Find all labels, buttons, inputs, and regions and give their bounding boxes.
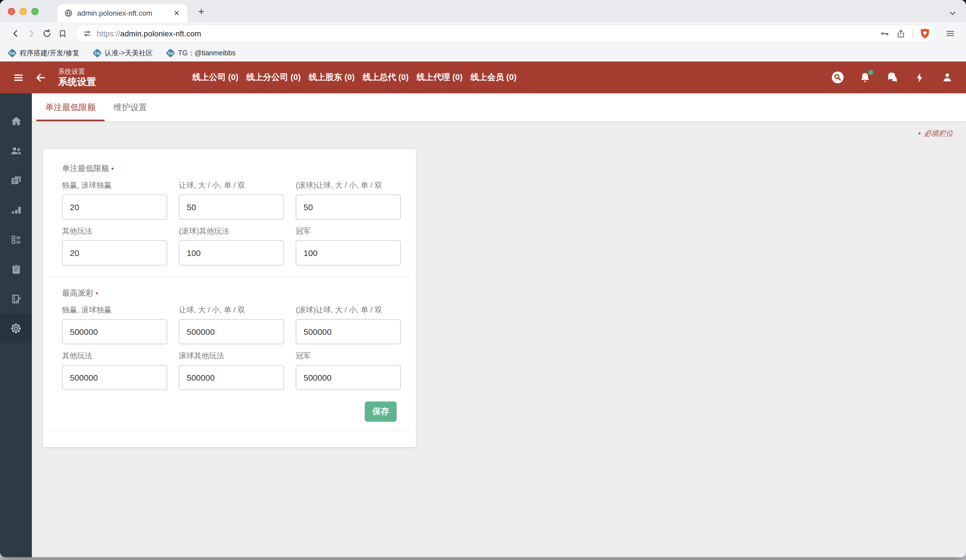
bookmark-item[interactable]: Tm TG：@tianmeibbs	[168, 48, 236, 58]
arrow-left-icon[interactable]	[34, 70, 48, 85]
sidebar-item-users[interactable]	[0, 136, 32, 166]
header-nav-link[interactable]: 线上会员 (0)	[470, 72, 517, 83]
brave-icon[interactable]	[920, 28, 930, 39]
field-label: 滚球其他玩法	[179, 351, 284, 361]
minimize-window-button[interactable]	[20, 8, 27, 15]
zoom-window-button[interactable]	[31, 8, 39, 15]
page-tab[interactable]: 维护设置	[105, 94, 156, 121]
menu-icon[interactable]	[943, 26, 958, 41]
window-controls	[0, 0, 46, 22]
close-window-button[interactable]	[8, 8, 15, 15]
field-input[interactable]	[179, 240, 284, 266]
sidebar-item-reports[interactable]	[0, 195, 32, 225]
sidebar-item-logs[interactable]	[0, 284, 32, 314]
bookmark-icon[interactable]	[55, 26, 71, 41]
page-title: 系统设置	[58, 76, 96, 87]
browser-toolbar: https://admin.poloniex-nft.com	[0, 22, 966, 45]
browser-tab[interactable]: admin.poloniex-nft.com ✕	[58, 4, 187, 22]
field-input[interactable]	[62, 240, 167, 266]
key-icon[interactable]	[879, 28, 889, 39]
chevron-down-icon[interactable]	[948, 9, 957, 18]
header-nav-link[interactable]: 线上代理 (0)	[416, 72, 463, 83]
field-input[interactable]	[179, 319, 284, 344]
field-label: 独赢, 滚球独赢	[62, 181, 167, 190]
reload-button[interactable]	[39, 26, 55, 41]
ballot-icon	[10, 233, 22, 246]
min-bet-fields: 独赢, 滚球独赢 让球, 大 / 小, 单 / 双 (滚球)让球, 大 / 小,…	[62, 176, 397, 266]
bookmark-favicon: Tm	[166, 48, 176, 58]
required-dot: •	[95, 289, 98, 297]
sidebar-item-orders[interactable]	[0, 254, 32, 284]
header-nav-link[interactable]: 线上分公司 (0)	[246, 72, 301, 83]
header-nav: 线上公司 (0)线上分公司 (0)线上股东 (0)线上总代 (0)线上代理 (0…	[192, 72, 517, 83]
hamburger-icon[interactable]	[11, 70, 26, 85]
desktop: admin.poloniex-nft.com ✕ +	[0, 0, 966, 560]
sidebar-item-home[interactable]	[0, 106, 32, 136]
back-button[interactable]	[8, 26, 23, 41]
url-bar[interactable]: https://admin.poloniex-nft.com	[76, 25, 936, 42]
required-dot: •	[111, 164, 114, 173]
save-button[interactable]: 保存	[365, 401, 397, 422]
header-nav-link[interactable]: 线上股东 (0)	[309, 72, 355, 83]
form-field: 其他玩法	[62, 347, 167, 390]
field-input[interactable]	[179, 194, 284, 220]
field-label: 其他玩法	[62, 227, 167, 236]
bookmark-favicon: Tm	[92, 48, 102, 58]
field-input[interactable]	[179, 365, 284, 390]
clipboard-icon	[10, 263, 22, 275]
share-icon[interactable]	[896, 29, 905, 38]
field-input[interactable]	[62, 365, 167, 390]
bookmarks-bar: Tm 程序搭建/开发/修复 Tm 认准->天美社区 Tm TG：@tianmei…	[0, 45, 966, 61]
chat-icon[interactable]	[886, 71, 899, 84]
globe-icon	[64, 9, 73, 17]
bolt-icon[interactable]	[913, 71, 926, 84]
user-icon[interactable]	[940, 71, 954, 84]
form-field: 其他玩法	[62, 222, 167, 266]
bookmark-label: 认准->天美社区	[105, 48, 153, 58]
form-field: (滚球)其他玩法	[179, 222, 284, 266]
field-input[interactable]	[62, 194, 167, 220]
bell-icon[interactable]	[858, 71, 872, 84]
bookmark-item[interactable]: Tm 认准->天美社区	[94, 48, 153, 58]
sidebar-item-pages[interactable]	[0, 166, 32, 195]
divider	[50, 277, 409, 277]
form-field: 滚球其他玩法	[179, 347, 284, 390]
site-settings-icon[interactable]	[83, 29, 92, 38]
field-input[interactable]	[62, 319, 167, 344]
form-field: 让球, 大 / 小, 单 / 双	[179, 301, 284, 344]
form-field: 独赢, 滚球独赢	[62, 301, 167, 344]
gear-icon	[10, 322, 22, 335]
close-tab-icon[interactable]: ✕	[172, 8, 182, 18]
form-field: (滚球)让球, 大 / 小, 单 / 双	[296, 301, 401, 344]
home-icon	[10, 115, 22, 127]
app-header: 系统设置 系统设置 线上公司 (0)线上分公司 (0)线上股东 (0)线上总代 …	[0, 61, 966, 94]
tab-strip: admin.poloniex-nft.com ✕ +	[0, 0, 966, 22]
book-edit-icon	[10, 292, 22, 305]
new-tab-button[interactable]: +	[194, 5, 209, 19]
field-label: 其他玩法	[62, 351, 167, 361]
url-scheme: https://	[97, 29, 120, 38]
content-area: •必填栏位 单注最低限额• 独赢, 滚球独赢 让球, 大 / 小, 单 / 双	[32, 121, 966, 557]
form-field: 让球, 大 / 小, 单 / 双	[179, 176, 284, 220]
divider	[912, 28, 913, 39]
sidebar-item-settings[interactable]	[0, 314, 32, 343]
form-field: 冠军	[296, 222, 401, 266]
form-field: 冠军	[296, 347, 401, 390]
field-input[interactable]	[296, 240, 401, 266]
page-tab[interactable]: 单注最低限额	[36, 94, 105, 121]
forward-button[interactable]	[23, 26, 39, 41]
field-input[interactable]	[296, 365, 401, 390]
header-nav-link[interactable]: 线上公司 (0)	[192, 72, 238, 83]
tab-title: admin.poloniex-nft.com	[77, 9, 172, 17]
search-icon[interactable]	[831, 71, 844, 84]
url-host: admin.poloniex-nft.com	[120, 29, 201, 38]
users-icon	[9, 144, 23, 157]
form-field: (滚球)让球, 大 / 小, 单 / 双	[296, 176, 401, 220]
header-nav-link[interactable]: 线上总代 (0)	[363, 72, 409, 83]
field-input[interactable]	[296, 319, 401, 344]
bookmark-item[interactable]: Tm 程序搭建/开发/修复	[9, 48, 79, 58]
field-label: (滚球)让球, 大 / 小, 单 / 双	[296, 181, 401, 190]
sidebar-item-lists[interactable]	[0, 225, 32, 254]
sidebar	[0, 94, 32, 557]
field-input[interactable]	[296, 194, 401, 220]
